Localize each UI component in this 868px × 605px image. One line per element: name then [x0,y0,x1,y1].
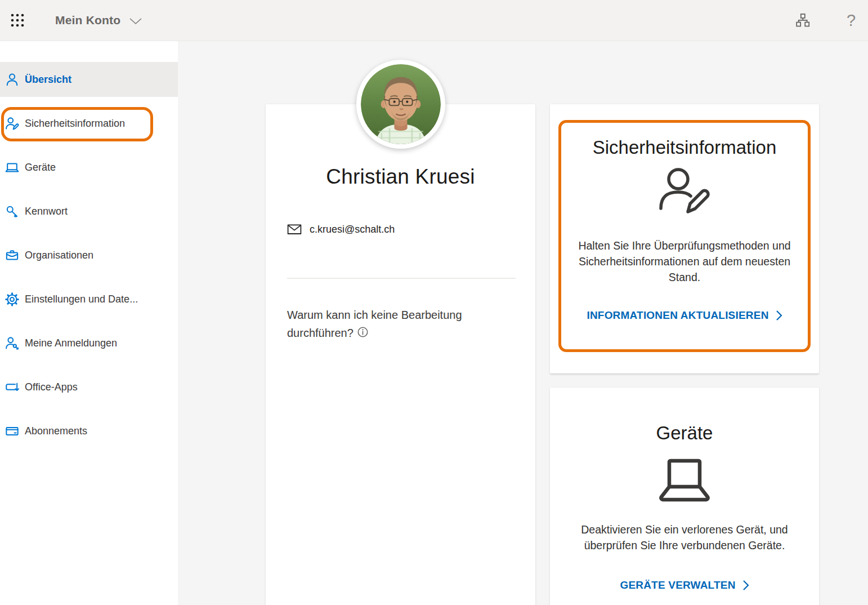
sidebar: Übersicht Sicherheitsinformation [0,41,178,605]
info-icon[interactable] [357,326,369,338]
security-card-description: Halten Sie Ihre Überprüfungsmethoden und… [570,238,799,285]
briefcase-icon [5,248,20,263]
person-edit-icon [5,116,20,131]
divider [287,278,516,279]
sidebar-item-abonnements[interactable]: Abonnements [0,413,178,448]
devices-card: Geräte Deaktivieren Sie ein verlorenes G… [550,388,819,605]
key-icon [5,204,20,219]
person-icon [5,72,20,87]
laptop-icon [655,459,714,502]
sidebar-item-label: Sicherheitsinformation [25,118,125,130]
app-title-dropdown[interactable]: Mein Konto [55,14,142,27]
sidebar-item-kennwort[interactable]: Kennwort [0,194,178,229]
app-download-icon [5,380,20,395]
sidebar-item-organisationen[interactable]: Organisationen [0,238,178,273]
person-edit-icon [656,166,713,223]
sidebar-item-label: Organisationen [25,250,93,261]
security-card-title: Sicherheitsinformation [550,137,819,158]
chevron-right-icon [776,310,782,321]
sidebar-item-label: Geräte [25,162,56,174]
manage-devices-link[interactable]: GERÄTE VERWALTEN [550,579,819,591]
avatar [356,60,445,149]
app-title: Mein Konto [55,14,120,27]
chevron-right-icon [742,580,749,591]
sidebar-item-label: Abonnements [25,425,87,437]
org-chart-icon [795,12,811,28]
main-content: Christian Kruesi c.kruesi@schalt.ch Waru… [178,41,868,605]
sidebar-item-meine-anmeldungen[interactable]: Meine Anmeldungen [0,326,178,361]
help-button[interactable]: ? [839,8,863,33]
gear-icon [5,292,20,307]
profile-email: c.kruesi@schalt.ch [310,224,395,235]
person-key-icon [5,336,20,351]
update-info-link[interactable]: INFORMATIONEN AKTUALISIEREN [550,309,819,322]
profile-email-row: c.kruesi@schalt.ch [287,223,395,235]
laptop-icon [5,160,20,175]
sidebar-item-uebersicht[interactable]: Übersicht [0,62,178,97]
sidebar-item-geraete[interactable]: Geräte [0,150,178,185]
sidebar-item-office-apps[interactable]: Office-Apps [0,370,178,404]
waffle-icon [10,13,25,28]
sidebar-nav: Übersicht Sicherheitsinformation [0,41,178,448]
profile-name: Christian Kruesi [266,165,535,189]
security-info-card: Sicherheitsinformation Halten Sie Ihre Ü… [550,104,819,373]
sidebar-item-label: Kennwort [25,206,68,217]
sidebar-item-label: Office-Apps [25,381,78,393]
app-launcher-button[interactable] [3,6,32,34]
organization-switch-button[interactable] [790,8,815,33]
profile-card: Christian Kruesi c.kruesi@schalt.ch Waru… [266,104,535,605]
question-mark-icon: ? [847,12,856,29]
sidebar-item-sicherheitsinformation[interactable]: Sicherheitsinformation [0,106,178,141]
envelope-icon [287,223,302,235]
topbar: Mein Konto ? [0,0,868,41]
credit-card-icon [5,424,20,439]
devices-card-description: Deaktivieren Sie ein verlorenes Gerät, u… [570,522,799,553]
sidebar-item-label: Meine Anmeldungen [25,337,117,349]
topbar-actions: ? [790,8,868,33]
sidebar-item-label: Übersicht [25,74,71,86]
sidebar-item-einstellungen[interactable]: Einstellungen und Date... [0,282,178,317]
sidebar-item-label: Einstellungen und Date... [25,293,138,305]
edit-question-text: Warum kann ich keine Bearbeitung durchfü… [287,306,484,342]
devices-card-title: Geräte [550,422,819,444]
chevron-down-icon [129,17,142,25]
